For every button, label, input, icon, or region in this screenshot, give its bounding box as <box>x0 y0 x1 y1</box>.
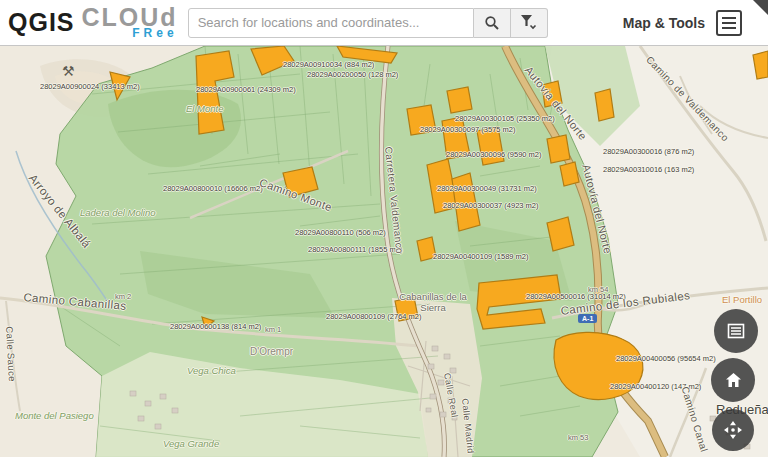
pan-button[interactable] <box>712 409 754 451</box>
map-and-tools-button[interactable]: Map & Tools <box>623 15 705 31</box>
search-input[interactable] <box>188 8 474 38</box>
filter-button[interactable] <box>511 8 548 38</box>
logo-cloud-text: CLOUd <box>82 6 178 28</box>
legend-icon <box>727 323 745 339</box>
qgis-cloud-app: 28029A00900024 (33413 m2)28029A00900061 … <box>0 0 768 457</box>
search-bar <box>188 8 548 38</box>
filter-icon <box>520 14 537 31</box>
qgis-cloud-logo: QGIS CLOUd FRee <box>8 6 178 39</box>
corner-panel-toggle[interactable] <box>753 0 768 15</box>
pan-icon <box>724 421 742 439</box>
top-bar: QGIS CLOUd FRee Map & Tools <box>0 0 768 46</box>
logo-qgis-text: QGIS <box>8 8 75 37</box>
search-button[interactable] <box>474 8 511 38</box>
home-button[interactable] <box>711 358 755 402</box>
hamburger-menu-button[interactable] <box>716 10 742 36</box>
legend-button[interactable] <box>714 309 758 353</box>
logo-free-text: FRee <box>132 28 177 39</box>
map-canvas[interactable] <box>0 46 768 457</box>
search-icon <box>484 15 500 31</box>
mine-icon: ⚒ <box>62 63 75 79</box>
home-icon <box>725 372 742 388</box>
highway-a1-badge: A-1 <box>578 314 597 323</box>
